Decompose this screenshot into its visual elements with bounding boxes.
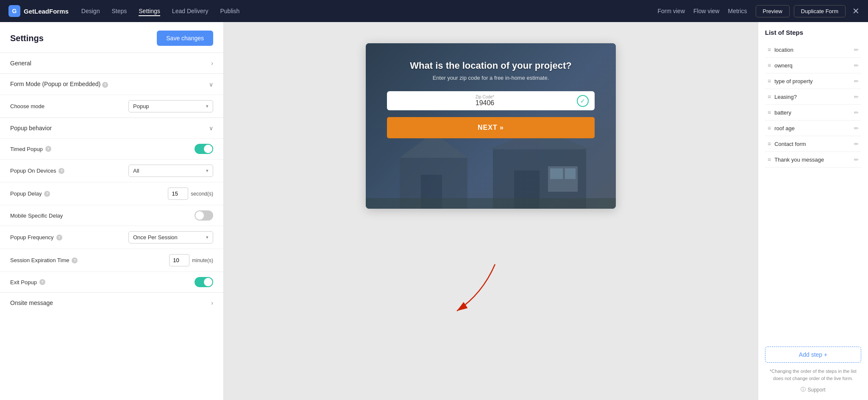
session-expiration-unit: minute(s) — [192, 257, 213, 263]
logo-icon: G — [8, 5, 20, 17]
choose-mode-value: Popup — [133, 103, 203, 109]
popup-frequency-help-icon[interactable]: ? — [56, 235, 62, 241]
settings-sidebar: Settings Save changes General › Form Mod… — [0, 22, 224, 400]
general-accordion[interactable]: General › — [10, 53, 213, 73]
close-icon[interactable]: ✕ — [852, 6, 860, 16]
step-name: Thank you message — [774, 157, 851, 163]
step-item: ≡ battery ✏ — [765, 105, 861, 120]
form-input-label: Zip Code* — [393, 95, 577, 99]
mobile-delay-toggle[interactable] — [195, 210, 213, 221]
form-preview-area: What is the location of your project? En… — [224, 22, 758, 400]
step-item: ≡ Contact form ✏ — [765, 136, 861, 152]
form-mode-help-icon[interactable]: ? — [102, 82, 108, 88]
toggle-thumb — [204, 145, 212, 153]
edit-step-icon[interactable]: ✏ — [854, 78, 859, 84]
onsite-message-accordion[interactable]: Onsite message › — [10, 293, 213, 313]
popup-delay-help-icon[interactable]: ? — [44, 191, 50, 197]
step-name: Contact form — [774, 141, 851, 147]
form-input-row: Zip Code* 19406 ✓ — [387, 91, 595, 110]
popup-behavior-accordion[interactable]: Popup behavior ∨ — [10, 118, 213, 138]
nav-links: Design Steps Settings Lead Delivery Publ… — [81, 6, 658, 16]
flow-view-btn[interactable]: Flow view — [693, 8, 719, 14]
step-name: battery — [774, 109, 851, 116]
session-expiration-input[interactable] — [169, 254, 189, 266]
action-buttons: Preview Duplicate Form — [756, 5, 846, 17]
onsite-message-label: Onsite message — [10, 299, 53, 306]
svg-rect-8 — [565, 168, 576, 179]
timed-popup-label: Timed Popup ? — [10, 146, 51, 152]
metrics-btn[interactable]: Metrics — [728, 8, 747, 14]
exit-popup-help-icon[interactable]: ? — [39, 279, 45, 285]
general-section: General › — [0, 53, 223, 73]
nav-steps[interactable]: Steps — [111, 6, 127, 16]
session-expiration-help-icon[interactable]: ? — [72, 257, 78, 263]
panel-note: *Changing the order of the steps in the … — [765, 368, 861, 382]
drag-handle-icon[interactable]: ≡ — [768, 125, 771, 131]
steps-panel: List of Steps ≡ location ✏ ≡ ownerq ✏ ≡ … — [758, 22, 868, 400]
chevron-down-icon: ∨ — [209, 81, 213, 88]
nav-design[interactable]: Design — [81, 6, 100, 16]
exit-popup-toggle[interactable] — [195, 277, 213, 287]
popup-delay-input-wrap: second(s) — [168, 187, 213, 200]
form-input-field: Zip Code* 19406 — [393, 95, 577, 107]
timed-popup-help-icon[interactable]: ? — [45, 146, 51, 152]
nav-settings[interactable]: Settings — [139, 6, 160, 16]
save-changes-button[interactable]: Save changes — [157, 31, 213, 46]
svg-rect-9 — [366, 198, 616, 209]
duplicate-form-button[interactable]: Duplicate Form — [794, 5, 846, 17]
choose-mode-row: Choose mode Popup ▾ — [0, 95, 223, 117]
drag-handle-icon[interactable]: ≡ — [768, 62, 771, 69]
drag-handle-icon[interactable]: ≡ — [768, 156, 771, 163]
edit-step-icon[interactable]: ✏ — [854, 141, 859, 147]
edit-step-icon[interactable]: ✏ — [854, 125, 859, 131]
edit-step-icon[interactable]: ✏ — [854, 94, 859, 100]
drag-handle-icon[interactable]: ≡ — [768, 140, 771, 147]
support-link[interactable]: ⓘ Support — [765, 386, 861, 393]
choose-mode-select[interactable]: Popup ▾ — [128, 100, 213, 112]
general-label: General — [10, 60, 31, 67]
nav-publish[interactable]: Publish — [220, 6, 239, 16]
edit-step-icon[interactable]: ✏ — [854, 47, 859, 53]
drag-handle-icon[interactable]: ≡ — [768, 78, 771, 84]
step-name: roof age — [774, 125, 851, 131]
exit-toggle-thumb — [204, 278, 212, 286]
edit-step-icon[interactable]: ✏ — [854, 109, 859, 116]
devices-select-arrow-icon: ▾ — [206, 168, 209, 173]
app-logo[interactable]: G GetLeadForms — [8, 5, 69, 17]
timed-popup-toggle[interactable] — [195, 144, 213, 154]
drag-handle-icon[interactable]: ≡ — [768, 93, 771, 100]
popup-delay-input[interactable] — [168, 187, 188, 200]
form-card: What is the location of your project? En… — [366, 43, 616, 209]
popup-devices-select[interactable]: All ▾ — [128, 165, 213, 177]
preview-button[interactable]: Preview — [756, 5, 790, 17]
chevron-down-popup-icon: ∨ — [209, 125, 213, 131]
support-help-icon: ⓘ — [801, 386, 806, 393]
sidebar-title: Settings — [10, 34, 44, 43]
choose-mode-label: Choose mode — [10, 103, 45, 109]
step-name: ownerq — [774, 62, 851, 69]
nav-lead-delivery[interactable]: Lead Delivery — [172, 6, 209, 16]
form-view-btn[interactable]: Form view — [657, 8, 685, 14]
timed-popup-row: Timed Popup ? — [0, 138, 223, 159]
form-card-background: What is the location of your project? En… — [366, 43, 616, 209]
popup-frequency-value: Once Per Session — [133, 234, 203, 241]
form-mode-accordion[interactable]: Form Mode (Popup or Embedded) ? ∨ — [10, 74, 213, 95]
popup-frequency-select[interactable]: Once Per Session ▾ — [128, 231, 213, 243]
add-step-button[interactable]: Add step + — [765, 347, 861, 363]
form-subtitle: Enter your zip code for a free in-home e… — [387, 75, 595, 81]
chevron-right-icon: › — [211, 60, 213, 67]
step-item: ≡ Thank you message ✏ — [765, 152, 861, 168]
drag-handle-icon[interactable]: ≡ — [768, 109, 771, 116]
popup-devices-row: Popup On Devices ? All ▾ — [0, 159, 223, 182]
popup-delay-unit: second(s) — [191, 191, 213, 197]
popup-behavior-label: Popup behavior — [10, 125, 52, 131]
sidebar-header: Settings Save changes — [0, 22, 223, 53]
popup-devices-help-icon[interactable]: ? — [58, 168, 64, 174]
step-name: Leasing? — [774, 94, 851, 100]
edit-step-icon[interactable]: ✏ — [854, 62, 859, 69]
drag-handle-icon[interactable]: ≡ — [768, 46, 771, 53]
edit-step-icon[interactable]: ✏ — [854, 157, 859, 163]
next-button[interactable]: NEXT » — [387, 117, 595, 138]
session-expiration-row: Session Expiration Time ? minute(s) — [0, 249, 223, 271]
form-input-value[interactable]: 19406 — [393, 99, 577, 107]
